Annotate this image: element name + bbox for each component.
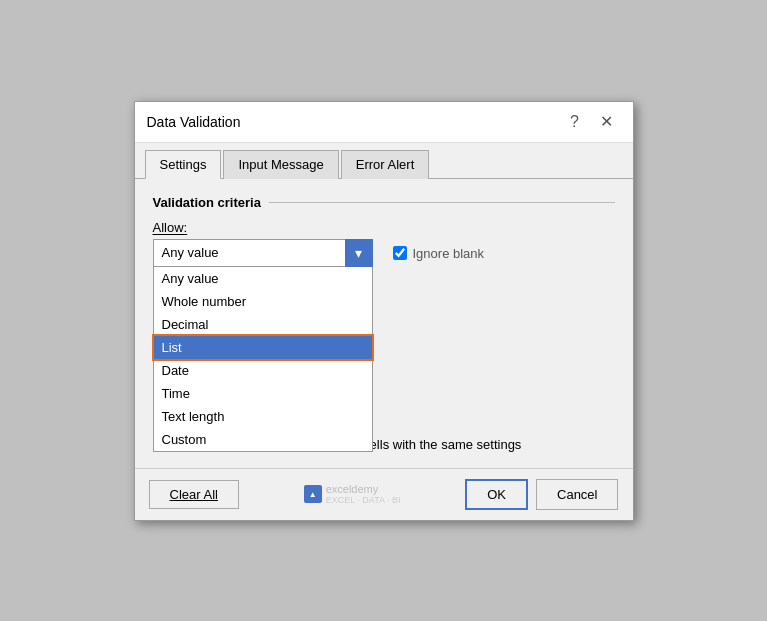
option-time[interactable]: Time (154, 382, 372, 405)
option-text-length[interactable]: Text length (154, 405, 372, 428)
option-any-value[interactable]: Any value (154, 267, 372, 290)
tab-settings[interactable]: Settings (145, 150, 222, 179)
dialog-title: Data Validation (147, 114, 241, 130)
allow-select-display[interactable]: Any value (153, 239, 373, 267)
option-date[interactable]: Date (154, 359, 372, 382)
settings-content: Validation criteria Allow: Any value Any… (135, 179, 633, 468)
section-title: Validation criteria (153, 195, 615, 210)
close-button[interactable]: ✕ (593, 110, 621, 134)
clear-all-button[interactable]: Clear All (149, 480, 239, 509)
option-custom[interactable]: Custom (154, 428, 372, 451)
watermark-text: exceldemy (326, 483, 401, 495)
title-bar: Data Validation ? ✕ (135, 102, 633, 143)
watermark: ▲ exceldemy EXCEL · DATA · BI (304, 483, 401, 505)
watermark-icon: ▲ (304, 485, 322, 503)
allow-label: Allow: (153, 220, 373, 235)
title-bar-controls: ? ✕ (561, 110, 621, 134)
allow-dropdown-list: Any value Whole number Decimal List Date… (153, 267, 373, 452)
cancel-button[interactable]: Cancel (536, 479, 618, 510)
ignore-blank-label: Ignore blank (413, 246, 485, 261)
ignore-blank-checkbox[interactable] (393, 246, 407, 260)
allow-dropdown-wrap: Allow: Any value Any value Whole number … (153, 220, 373, 267)
watermark-sub: EXCEL · DATA · BI (326, 495, 401, 505)
footer-left: Clear All (149, 480, 239, 509)
allow-dropdown-container: Any value Any value Whole number Decimal… (153, 239, 373, 267)
data-validation-dialog: Data Validation ? ✕ Settings Input Messa… (134, 101, 634, 521)
tab-error-alert[interactable]: Error Alert (341, 150, 430, 179)
footer-right: OK Cancel (465, 479, 618, 510)
tab-input-message[interactable]: Input Message (223, 150, 338, 179)
dialog-footer: Clear All ▲ exceldemy EXCEL · DATA · BI … (135, 468, 633, 520)
ignore-blank-row: Ignore blank (393, 240, 485, 261)
option-list[interactable]: List (154, 336, 372, 359)
option-decimal[interactable]: Decimal (154, 313, 372, 336)
allow-row: Allow: Any value Any value Whole number … (153, 220, 615, 267)
tab-bar: Settings Input Message Error Alert (135, 143, 633, 179)
option-whole-number[interactable]: Whole number (154, 290, 372, 313)
ok-button[interactable]: OK (465, 479, 528, 510)
help-button[interactable]: ? (561, 110, 589, 134)
